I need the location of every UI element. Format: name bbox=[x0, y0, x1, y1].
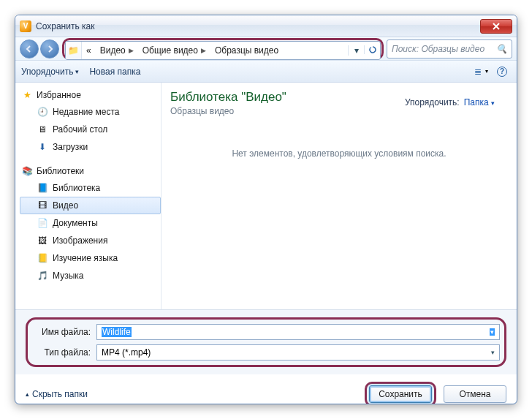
nav-back-button[interactable] bbox=[20, 39, 39, 58]
desktop-icon: 🖥 bbox=[37, 124, 48, 135]
help-button[interactable]: ? bbox=[493, 64, 511, 79]
app-icon: V bbox=[20, 20, 31, 32]
toolbar: Упорядочить ▾ Новая папка ≣▾ ? bbox=[15, 61, 517, 83]
filetype-label: Тип файла: bbox=[32, 347, 96, 358]
chevron-down-icon: ▾ bbox=[485, 68, 488, 75]
recent-icon: 🕘 bbox=[37, 106, 48, 118]
breadcrumb-item[interactable]: Образцы видео bbox=[210, 42, 283, 59]
sidebar-group-libraries[interactable]: 📚Библиотеки bbox=[20, 163, 161, 179]
arrow-left-icon bbox=[26, 45, 33, 53]
breadcrumb-item[interactable]: Общие видео▶ bbox=[138, 42, 210, 59]
sidebar-item-desktop[interactable]: 🖥Рабочий стол bbox=[20, 121, 161, 138]
library-subtitle: Образцы видео bbox=[170, 106, 508, 116]
chevron-right-icon: ▶ bbox=[201, 47, 206, 54]
breadcrumb-prefix[interactable]: « bbox=[82, 42, 96, 59]
music-icon: 🎵 bbox=[37, 270, 48, 282]
filename-input[interactable]: Wildlife▾ bbox=[96, 324, 500, 340]
sort-label: Упорядочить: bbox=[405, 97, 460, 107]
chevron-down-icon[interactable]: ▾ bbox=[491, 349, 495, 356]
empty-message: Нет элементов, удовлетворяющих условиям … bbox=[170, 148, 508, 159]
refresh-icon bbox=[368, 45, 377, 54]
sidebar-item-video[interactable]: 🎞Видео bbox=[20, 197, 161, 214]
breadcrumb-item[interactable]: Видео▶ bbox=[96, 42, 138, 59]
chevron-right-icon: ▶ bbox=[129, 47, 134, 54]
chevron-down-icon: ▾ bbox=[75, 68, 79, 75]
language-icon: 📒 bbox=[37, 252, 48, 264]
sidebar-item-music[interactable]: 🎵Музыка bbox=[20, 267, 161, 284]
view-mode-button[interactable]: ≣▾ bbox=[471, 64, 489, 79]
filename-label: Имя файла: bbox=[32, 327, 96, 337]
sidebar-item-recent[interactable]: 🕘Недавние места bbox=[20, 103, 161, 121]
new-folder-button[interactable]: Новая папка bbox=[89, 67, 140, 77]
sidebar-item-language[interactable]: 📒Изучение языка bbox=[20, 249, 161, 267]
search-input[interactable]: Поиск: Образцы видео 🔍 bbox=[387, 39, 512, 58]
window-title: Сохранить как bbox=[36, 21, 94, 31]
folder-icon: 📁 bbox=[66, 42, 82, 59]
chevron-down-icon[interactable]: ▾ bbox=[490, 328, 495, 336]
close-icon bbox=[493, 23, 500, 30]
chevron-up-icon: ▴ bbox=[26, 390, 29, 398]
sidebar-group-favorites[interactable]: ★Избранное bbox=[20, 87, 161, 103]
sidebar-item-library[interactable]: 📘Библиотека bbox=[20, 179, 161, 197]
nav-forward-button[interactable] bbox=[40, 39, 59, 58]
library-icon: 📘 bbox=[37, 182, 48, 194]
help-icon: ? bbox=[497, 67, 507, 77]
sidebar-item-downloads[interactable]: ⬇Загрузки bbox=[20, 138, 161, 156]
downloads-icon: ⬇ bbox=[37, 141, 48, 153]
documents-icon: 📄 bbox=[37, 217, 48, 229]
chevron-down-icon: ▾ bbox=[491, 99, 495, 107]
address-dropdown[interactable]: ▾ bbox=[348, 45, 364, 56]
sidebar-item-images[interactable]: 🖼Изображения bbox=[20, 232, 161, 249]
cancel-button[interactable]: Отмена bbox=[444, 385, 506, 403]
star-icon: ★ bbox=[21, 89, 33, 101]
search-icon: 🔍 bbox=[495, 43, 507, 55]
arrow-right-icon bbox=[46, 45, 53, 53]
organize-menu[interactable]: Упорядочить ▾ bbox=[21, 67, 79, 77]
libraries-icon: 📚 bbox=[21, 165, 33, 177]
content-pane: Библиотека "Видео" Образцы видео Упорядо… bbox=[162, 83, 517, 309]
nav-row: 📁 « Видео▶ Общие видео▶ Образцы видео ▾ … bbox=[15, 37, 517, 61]
video-icon: 🎞 bbox=[37, 200, 48, 211]
sidebar-item-documents[interactable]: 📄Документы bbox=[20, 214, 161, 232]
refresh-button[interactable] bbox=[364, 45, 380, 54]
save-as-dialog: V Сохранить как 📁 « Видео▶ Общие видео▶ … bbox=[15, 15, 517, 404]
address-bar[interactable]: 📁 « Видео▶ Общие видео▶ Образцы видео ▾ bbox=[65, 41, 381, 60]
search-placeholder: Поиск: Образцы видео bbox=[392, 44, 484, 54]
save-button[interactable]: Сохранить bbox=[369, 385, 432, 403]
view-icon: ≣ bbox=[472, 66, 484, 78]
sort-dropdown[interactable]: Папка ▾ bbox=[464, 97, 495, 107]
close-button[interactable] bbox=[480, 19, 512, 34]
hide-folders-toggle[interactable]: ▴ Скрыть папки bbox=[26, 389, 88, 399]
filetype-select[interactable]: MP4 (*.mp4)▾ bbox=[96, 344, 500, 361]
sidebar: ★Избранное 🕘Недавние места 🖥Рабочий стол… bbox=[15, 83, 162, 309]
images-icon: 🖼 bbox=[37, 235, 48, 246]
titlebar[interactable]: V Сохранить как bbox=[15, 15, 517, 37]
